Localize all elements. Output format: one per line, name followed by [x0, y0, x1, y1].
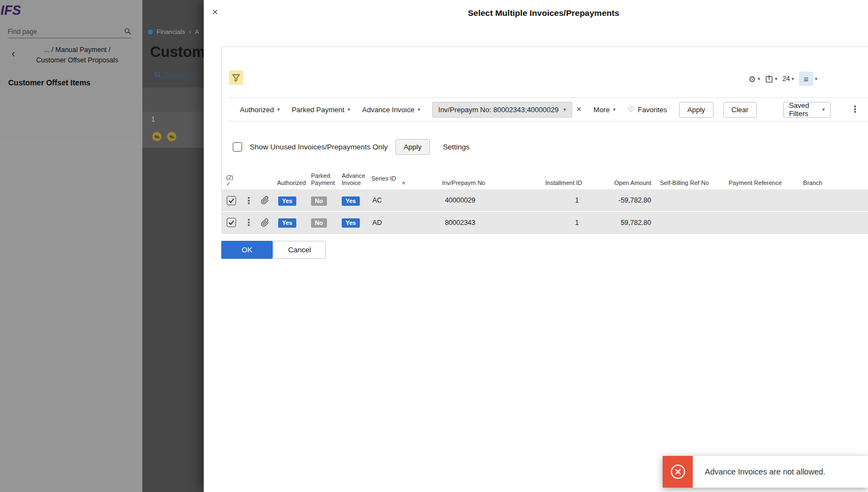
chevron-down-icon: ▾ [791, 77, 794, 82]
inv-prepaym-no-cell: 80002343 [414, 219, 491, 227]
table-header: (2) ✓ Authorized Parked Payment Advance … [221, 164, 868, 189]
percent-badge-icon: % [152, 132, 162, 141]
column-header-series-id[interactable]: Series ID ^ [368, 175, 414, 189]
breadcrumb: Financials › A [148, 28, 199, 36]
filter-toggle-button[interactable] [229, 71, 243, 85]
filter-more-dropdown[interactable]: More ▾ [594, 106, 616, 114]
favorites-label: Favorites [638, 106, 667, 114]
view-mode-selector[interactable]: ≡ ▾ [799, 72, 818, 86]
cancel-button[interactable]: Cancel [273, 241, 326, 259]
select-invoices-dialog: × Select Multiple Invoices/Prepayments ⚙… [204, 0, 868, 492]
installment-id-cell: 1 [491, 196, 587, 204]
page-title: Custom [150, 44, 205, 61]
backdrop-overlay [0, 0, 142, 492]
select-all-check-icon: ✓ [226, 181, 241, 187]
filter-kebab-menu-icon[interactable]: ⋮ [850, 105, 859, 114]
row-kebab-menu-icon[interactable]: ⋮ [241, 195, 256, 206]
paperclip-icon[interactable] [261, 196, 269, 205]
check-icon [228, 219, 235, 226]
gear-icon: ⚙ [749, 75, 756, 83]
column-header-self-billing-ref-no[interactable]: Self-Billing Ref No [657, 180, 717, 189]
inv-prepaym-no-cell: 40000029 [414, 196, 491, 204]
open-amount-cell: -59,782.80 [587, 196, 657, 204]
list-view-icon: ≡ [804, 75, 809, 83]
table-row[interactable]: ⋮ Yes No Yes AD 80002343 1 59,782.80 [221, 211, 868, 233]
percent-badge-icon: % [167, 132, 176, 141]
column-header-open-amount[interactable]: Open Amount [587, 180, 657, 189]
column-header-installment-id[interactable]: Installment ID [491, 180, 587, 189]
column-header-advance-invoice[interactable]: Advance Invoice [337, 172, 368, 189]
status-dot-icon [148, 30, 153, 34]
search-icon [154, 71, 162, 78]
chevron-down-icon: ▾ [564, 107, 566, 112]
page-size-selector[interactable]: 24 ▾ [783, 75, 794, 83]
options-apply-button[interactable]: Apply [395, 139, 430, 155]
breadcrumb-item-truncated[interactable]: A [195, 28, 199, 35]
remove-filter-icon[interactable]: × [577, 105, 582, 114]
filter-dropdown-parked-payment[interactable]: Parked Payment ▾ [292, 106, 350, 114]
favorites-button[interactable]: ♡ Favorites [628, 105, 667, 114]
filter-dropdown-advance-invoice[interactable]: Advance Invoice ▾ [362, 106, 420, 114]
filter-dropdown-label: Parked Payment [292, 106, 344, 114]
settings-gear-button[interactable]: ⚙ ▾ [749, 75, 760, 83]
column-header-authorized[interactable]: Authorized [274, 180, 307, 189]
active-filter-chip-label: Inv/Prepaym No: 80002343;40000029 [438, 106, 559, 114]
close-icon[interactable]: × [212, 7, 218, 17]
background-row-index: 1 [151, 115, 155, 123]
heart-icon: ♡ [628, 105, 635, 114]
row-kebab-menu-icon[interactable]: ⋮ [241, 217, 256, 228]
background-table-header-band [142, 88, 208, 112]
show-unused-label: Show Unused Invoices/Prepayments Only [250, 143, 388, 151]
series-id-cell: AD [368, 219, 414, 227]
filter-dropdown-authorized[interactable]: Authorized ▾ [240, 106, 280, 114]
circle-x-error-icon [670, 464, 686, 480]
error-toast[interactable]: Advance Invoices are not allowed. [663, 456, 868, 488]
filter-bar: Authorized ▾ Parked Payment ▾ Advance In… [229, 97, 868, 121]
advance-invoice-badge: Yes [342, 218, 360, 228]
chevron-down-icon: ▾ [757, 77, 760, 82]
chevron-right-icon: › [189, 28, 191, 36]
export-icon [765, 75, 773, 83]
list-view-button[interactable]: ≡ [799, 72, 813, 86]
background-search-link[interactable]: Search (1) [154, 71, 198, 79]
filter-more-label: More [594, 106, 610, 114]
ok-button[interactable]: OK [221, 241, 273, 259]
error-toast-message: Advance Invoices are not allowed. [693, 456, 868, 488]
search-link-label: Search (1) [165, 71, 198, 79]
chevron-down-icon: ▾ [348, 107, 350, 112]
page-size-value: 24 [783, 75, 790, 83]
chevron-down-icon: ▾ [613, 107, 616, 112]
row-checkbox-checked[interactable] [227, 218, 236, 227]
filter-apply-button[interactable]: Apply [679, 102, 714, 118]
open-amount-cell: 59,782.80 [587, 219, 657, 227]
paperclip-icon[interactable] [261, 218, 269, 227]
show-unused-checkbox[interactable] [233, 142, 242, 152]
check-icon [228, 197, 235, 204]
parked-payment-badge: No [311, 218, 327, 228]
filter-clear-button[interactable]: Clear [723, 102, 757, 118]
row-checkbox-checked[interactable] [227, 196, 236, 205]
left-panel: IFS Find page ‹ ... / Manual Payment / C… [0, 0, 142, 492]
series-id-cell: AC [368, 196, 414, 204]
active-filter-chip-group: Inv/Prepaym No: 80002343;40000029 ▾ × [432, 102, 582, 118]
saved-filters-label: Saved Filters [789, 101, 823, 118]
dialog-title: Select Multiple Invoices/Prepayments [219, 8, 868, 18]
advance-invoice-badge: Yes [342, 196, 360, 206]
column-header-series-id-label: Series ID [371, 175, 396, 182]
column-header-branch[interactable]: Branch [794, 180, 832, 189]
saved-filters-select[interactable]: Saved Filters ▾ [783, 102, 831, 118]
column-header-parked-payment[interactable]: Parked Payment [307, 172, 337, 189]
column-header-inv-prepaym-no[interactable]: Inv/Prepaym No [414, 180, 491, 189]
table-body: ⋮ Yes No Yes AC 40000029 1 -59,782.80 ⋮ … [221, 189, 868, 233]
chevron-down-icon: ▾ [277, 107, 280, 112]
table-toolbar: ⚙ ▾ ▾ 24 ▾ ≡ ▾ [749, 72, 817, 86]
column-header-payment-reference[interactable]: Payment Reference [717, 180, 794, 189]
breadcrumb-item-financials[interactable]: Financials [157, 28, 185, 35]
export-button[interactable]: ▾ [765, 75, 778, 83]
active-filter-chip[interactable]: Inv/Prepaym No: 80002343;40000029 ▾ [432, 102, 572, 118]
settings-link[interactable]: Settings [443, 143, 470, 151]
table-row[interactable]: ⋮ Yes No Yes AC 40000029 1 -59,782.80 [221, 189, 868, 211]
selection-count-header[interactable]: (2) ✓ [221, 174, 241, 189]
installment-id-cell: 1 [491, 219, 587, 227]
filter-dropdown-label: Advance Invoice [362, 106, 414, 114]
